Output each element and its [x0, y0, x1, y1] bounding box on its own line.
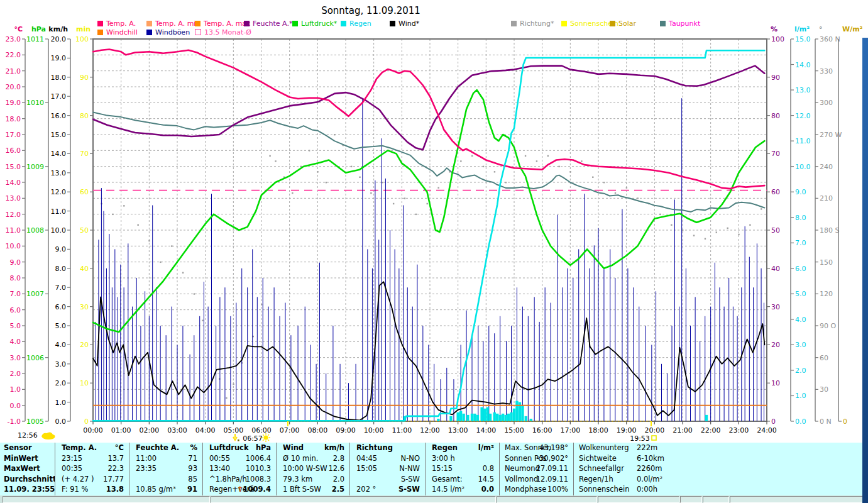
table-col-title: Richtung — [356, 443, 393, 453]
table-cell-value: 27.09.11 — [536, 463, 568, 474]
axis-label: °C — [14, 25, 23, 33]
table-col-unit: °C — [115, 443, 124, 453]
status-bar-section-2 — [211, 496, 496, 503]
axis-label: 12.0 — [51, 188, 67, 196]
table-cell-value: 17.77 — [103, 474, 124, 485]
axis-label: 00:00 — [83, 426, 103, 434]
table-row-header: Durchschnitt — [4, 474, 55, 485]
table-cell-value: S-SW — [398, 484, 420, 495]
axis-label: 3.0 — [55, 360, 67, 368]
table-cell-label: 10:00 W-SW — [283, 463, 327, 474]
table-cell-value: 6-10km — [637, 453, 664, 464]
table-col-title: Regen — [432, 443, 458, 453]
axis-label: 19.0 — [51, 54, 67, 62]
culmination-time: 12:56 — [18, 431, 38, 439]
status-bar-section-6 — [703, 496, 729, 503]
axis-label: 10:00 — [364, 426, 384, 434]
axis-label: 16.0 — [6, 146, 21, 155]
status-bar-section-1 — [3, 496, 210, 503]
axis-label: 10.0 — [6, 242, 21, 250]
table-cell-value: 12.09.11 — [536, 474, 568, 485]
table-cell-value: 0.8 — [483, 463, 494, 474]
axis-label: W/m² — [842, 25, 863, 33]
table-cell-label: 11:00 — [136, 453, 157, 464]
table-cell-label: 3:00 h — [432, 453, 455, 464]
sunrise-sun-icon — [261, 433, 270, 442]
axis-label: 20.0 — [6, 83, 21, 91]
table-cell-value: 2.8 — [333, 453, 344, 464]
axis-label: 30 — [820, 385, 828, 394]
table-col-temp-a-: Temp. A.°C23:1513.700:3522.3(+ 4.27 )17.… — [55, 443, 129, 495]
axis-label: 18.0 — [51, 74, 67, 82]
table-cell-label: Gesamt: — [432, 474, 463, 485]
status-bar-section-7 — [730, 496, 867, 503]
axis-label: ° — [819, 25, 823, 33]
axis-label: 23.0 — [6, 35, 21, 43]
table-col-title: Feuchte A. — [136, 443, 179, 453]
axis-label: 0.0 — [55, 417, 67, 426]
axis-label: 16:00 — [532, 426, 552, 434]
axis-label: 1007 — [26, 290, 44, 298]
table-row-header: MinWert — [4, 453, 38, 464]
axis-label: 1008 — [26, 226, 44, 235]
table-cell-label: 15:05 — [356, 463, 377, 474]
axis-label: 10 — [80, 379, 89, 387]
axis-label: hPa — [31, 25, 46, 33]
axis-label: 1.0 — [795, 392, 806, 400]
axis-label: 30 — [771, 303, 780, 311]
table-cell-label: Neumond — [505, 463, 540, 474]
table-cell-value: S-SW — [401, 474, 420, 485]
table-cell-value: 12.6 — [328, 463, 344, 474]
table-cell-value: 222m — [637, 443, 657, 453]
table-cell-value: 2.0 — [333, 474, 344, 485]
axis-label: 6.0 — [795, 265, 806, 273]
axis-label: 240 — [820, 163, 833, 171]
table-cell-value: 71 — [188, 453, 197, 464]
axis-label: 7.0 — [55, 284, 67, 292]
axis-label: 5.0 — [795, 290, 806, 298]
axis-label: 1010 — [26, 99, 44, 107]
axis-label: 1.0 — [55, 399, 67, 407]
axis-label: 6.0 — [10, 306, 21, 314]
axis-label: 14.0 — [6, 179, 21, 187]
axis-label: 1009 — [26, 163, 44, 171]
table-col-luftdruck: LuftdruckhPa00:551006.413:401010.3^1.8hP… — [203, 443, 277, 495]
axis-label: 3.0 — [10, 354, 21, 362]
axis-label: 11.0 — [6, 226, 21, 235]
sunset-square-icon — [652, 436, 656, 440]
axis-label: 5.0 — [55, 322, 67, 330]
axis-label: 90 — [80, 74, 89, 82]
status-bar-section-5 — [680, 496, 702, 503]
axis-label: 50 — [80, 226, 89, 235]
axis-label: 07:00 — [280, 426, 300, 434]
axis-label: l/m² — [794, 25, 810, 33]
table-cell-label: 202 ° — [356, 484, 376, 495]
table-cell-value: 13.7 — [107, 453, 124, 464]
axis-label: 30 — [80, 303, 89, 311]
axis-label: 02:00 — [139, 426, 159, 434]
axis-label: 14.0 — [51, 150, 67, 158]
axis-label: 360 N — [820, 35, 840, 43]
table-col-feuchte-a-: Feuchte A.%11:007123:35938510.85 g/m³91 — [129, 443, 203, 495]
table-cell-value: 93 — [188, 463, 197, 474]
table-cell-value: 0:00h — [637, 484, 657, 495]
axis-label: 11.0 — [795, 137, 811, 145]
status-bar — [0, 495, 865, 503]
table-col-unit: l/m² — [478, 443, 494, 453]
axis-label: % — [771, 25, 777, 33]
axis-label: 13.0 — [51, 169, 67, 177]
axis-label: 23:00 — [728, 426, 749, 434]
axis-label: 3.0 — [795, 341, 806, 349]
table-col-unit: % — [190, 443, 197, 453]
table-col-astro: Max. Sonnen43,198°Sonnen Pos-30,902°Neum… — [500, 443, 574, 495]
table-cell-value: N-NW — [399, 463, 420, 474]
table-cell-label: Sonnenschein — [579, 484, 629, 495]
table-cell-label: 04:45 — [356, 453, 377, 464]
weather-chart-window: Sonntag, 11.09.2011 Temp. A.Temp. A. min… — [0, 0, 868, 503]
table-cell-label: 10.85 g/m³ — [136, 484, 176, 495]
axis-label: -1.0 — [8, 417, 21, 426]
axis-label: 1006 — [26, 354, 44, 362]
axis-label: 16.0 — [51, 112, 67, 120]
axis-label: 0 N — [820, 417, 832, 426]
axis-label: 0 — [843, 417, 847, 426]
